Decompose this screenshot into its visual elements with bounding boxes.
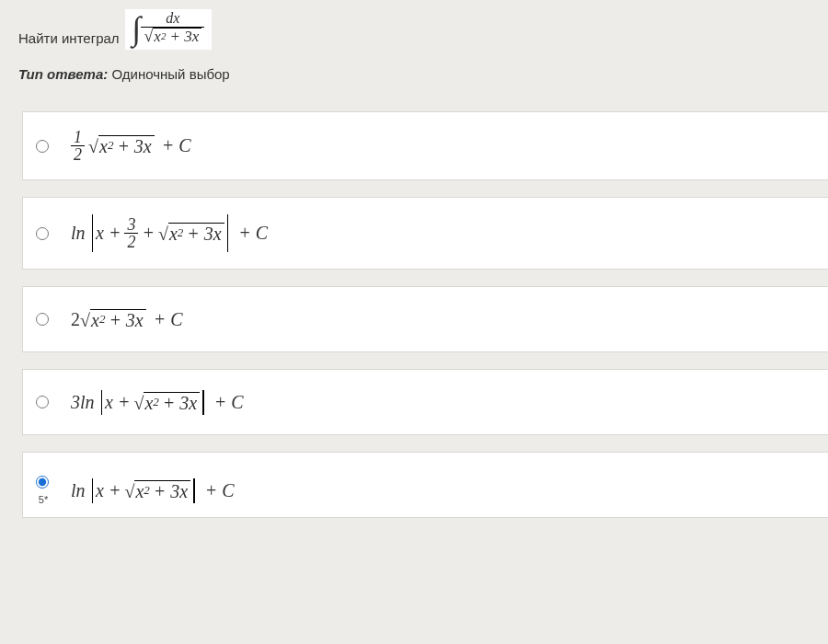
option-2-math: ln x + 3 2 + √ x2+ [71, 214, 268, 252]
radical-icon: √ [133, 394, 144, 412]
plus-c: + C [205, 480, 235, 501]
question-row: Найти интеграл ∫ dx √ x2+ 3x [0, 0, 828, 50]
option-3-math: 2 √ x2+ 3x + C [71, 309, 183, 330]
option-1[interactable]: 1 2 √ x2+ 3x + C [22, 111, 828, 180]
option-4-math: 3ln x + √ x2+ 3x + C [71, 390, 244, 415]
plus-c: + C [162, 135, 191, 156]
ln-fn: ln [71, 223, 86, 244]
plus-c: + C [214, 392, 244, 413]
plus-c: + C [238, 223, 268, 244]
option-1-radio[interactable] [36, 140, 49, 153]
radical-icon: √ [124, 482, 134, 500]
radical-icon: √ [88, 137, 98, 155]
sqrt-expr: √ x2+ 3x [88, 135, 155, 156]
answer-type-row: Тип ответа: Одиночный выбор [0, 50, 828, 102]
option-3[interactable]: 2 √ x2+ 3x + C [22, 286, 828, 352]
option-4[interactable]: 3ln x + √ x2+ 3x + C [22, 369, 828, 435]
sqrt-expr: √ x2+ 3x [144, 28, 201, 46]
option-2[interactable]: ln x + 3 2 + √ x2+ [22, 197, 828, 270]
answer-type-label: Тип ответа: [18, 66, 108, 82]
radical-icon: √ [158, 224, 168, 243]
fraction: 3 2 [124, 216, 138, 250]
sqrt-expr: √ x2+ 3x [80, 309, 146, 330]
fraction: 1 2 [71, 129, 85, 163]
question-prompt-label: Найти интеграл [18, 30, 120, 46]
plus-c: + C [154, 309, 183, 330]
sqrt-expr: √ x2+ 3x [124, 480, 190, 501]
options-list: 1 2 √ x2+ 3x + C ln x + [0, 102, 828, 518]
option-5[interactable]: 5* ln x + √ x2+ 3x [22, 452, 828, 518]
integral-denominator: √ x2+ 3x [141, 27, 204, 46]
ln-fn: ln [71, 480, 86, 501]
option-5-annotation: 5* [37, 494, 48, 505]
abs-expr: x + √ x2+ 3x [89, 478, 198, 503]
radical-icon: √ [80, 311, 90, 329]
integral-sign-icon: ∫ [132, 12, 142, 45]
integral-expression: ∫ dx √ x2+ 3x [125, 9, 213, 50]
sqrt-expr: √ x2+ 3x [133, 392, 200, 413]
option-3-radio[interactable] [36, 313, 49, 326]
coef-ln: 3ln [71, 392, 95, 413]
integral-fraction: dx √ x2+ 3x [141, 11, 204, 46]
abs-expr: x + √ x2+ 3x [98, 390, 207, 415]
radical-icon: √ [144, 28, 153, 44]
option-1-math: 1 2 √ x2+ 3x + C [71, 129, 191, 163]
option-5-radio[interactable] [36, 476, 49, 489]
option-2-radio[interactable] [36, 227, 49, 240]
option-5-math: ln x + √ x2+ 3x + C [71, 478, 235, 503]
abs-expr: x + 3 2 + √ x2+ 3x [89, 214, 232, 252]
option-4-radio[interactable] [36, 396, 49, 408]
integral-numerator: dx [166, 11, 179, 27]
answer-type-value: Одиночный выбор [111, 66, 229, 82]
sqrt-expr: √ x2+ 3x [158, 223, 224, 244]
